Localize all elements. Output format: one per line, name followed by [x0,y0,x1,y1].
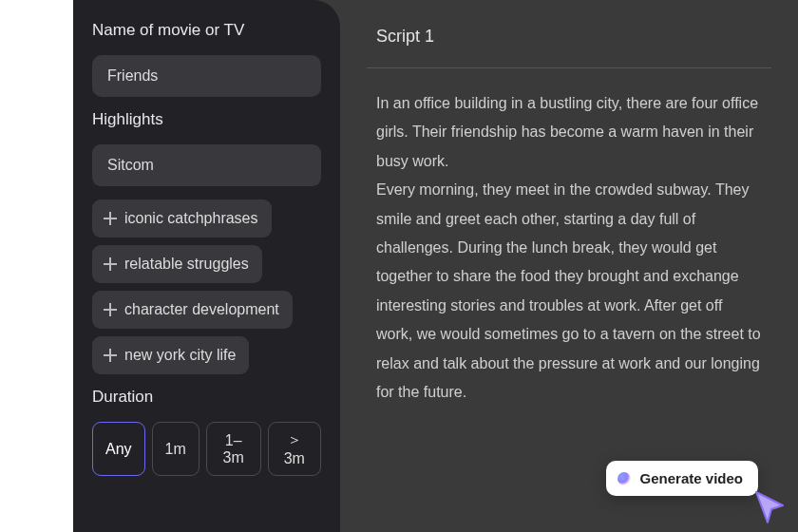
highlights-label: Highlights [92,110,321,129]
duration-options: Any1m1–3m＞3m [92,422,321,476]
generate-button-label: Generate video [640,470,743,486]
main-panel: Script 1 In an office building in a bust… [340,0,798,532]
plus-icon [104,303,117,316]
highlight-suggestion-label: iconic catchphrases [124,210,258,227]
duration-label: Duration [92,388,321,407]
duration-option[interactable]: ＞3m [268,422,321,476]
highlight-primary-chip[interactable]: Sitcom [92,144,321,186]
duration-option[interactable]: Any [92,422,145,476]
highlight-suggestion-label: new york city life [124,347,236,364]
script-body: In an office building in a bustling city… [376,89,762,407]
highlight-suggestion-chip[interactable]: relatable struggles [92,245,262,283]
highlight-suggestion-chip[interactable]: iconic catchphrases [92,200,272,238]
duration-option[interactable]: 1m [152,422,200,476]
workspace: Name of movie or TV Highlights Sitcom ic… [73,0,798,532]
generate-video-button[interactable]: Generate video [606,461,758,496]
highlight-suggestion-label: relatable struggles [124,256,249,273]
duration-option[interactable]: 1–3m [206,422,261,476]
name-label: Name of movie or TV [92,21,321,40]
highlight-primary-text: Sitcom [107,157,154,174]
sidebar: Name of movie or TV Highlights Sitcom ic… [73,0,340,532]
movie-name-input[interactable] [92,55,321,97]
highlight-suggestions: iconic catchphrasesrelatable strugglesch… [92,200,321,374]
highlight-suggestion-chip[interactable]: character development [92,291,293,329]
highlight-suggestion-chip[interactable]: new york city life [92,336,249,374]
divider [367,67,771,68]
highlight-suggestion-label: character development [124,301,279,318]
plus-icon [104,212,117,225]
plus-icon [104,349,117,362]
script-title: Script 1 [376,27,762,47]
plus-icon [104,257,117,271]
sparkle-icon [618,472,631,485]
